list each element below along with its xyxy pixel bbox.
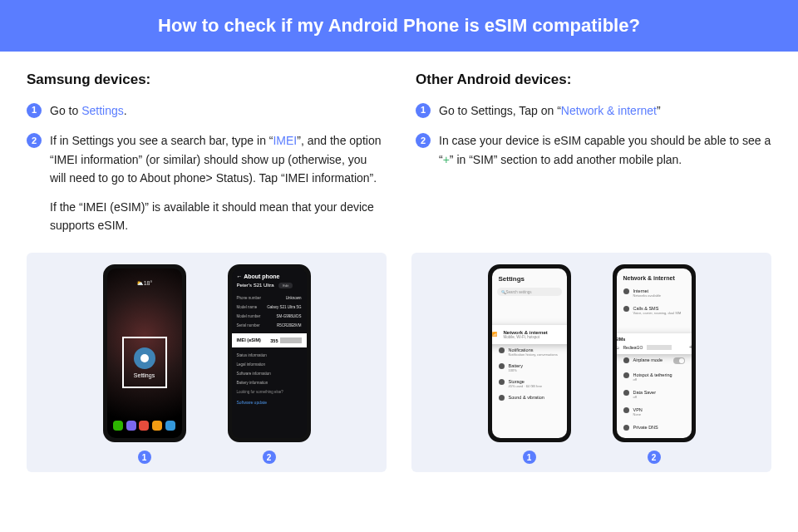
step-number-badge: 1 <box>27 103 42 118</box>
caption-badge: 2 <box>648 451 661 464</box>
caption-badge: 1 <box>523 451 536 464</box>
imei-esim-label: IMEI (eSIM) <box>237 337 261 343</box>
sim-masked <box>647 345 672 350</box>
network-item: Calls & SMSVoice, carrier, roaming, dual… <box>617 302 692 319</box>
phone-screen: ⛅18° Settings <box>107 268 182 438</box>
keyword-settings: Settings <box>81 104 124 117</box>
step-body: If in Settings you see a search bar, typ… <box>50 131 382 234</box>
content-columns: Samsung devices: 1 Go to Settings. 2 If … <box>0 52 798 246</box>
imei-prefix: 355 <box>270 338 278 343</box>
about-row: Legal information <box>232 360 307 369</box>
plus-icon: + <box>689 343 692 351</box>
search-bar: 🔍 Search settings <box>497 288 562 296</box>
item-icon <box>623 407 629 413</box>
settings-item: Battery100% <box>492 360 567 376</box>
network-item: InternetNetworks available <box>617 284 692 302</box>
text: Go to Settings, Tap on “ <box>439 104 561 117</box>
dock <box>112 418 177 433</box>
keyword-imei: IMEI <box>273 134 297 147</box>
samsung-shot-2: ← About phone Peter's S21 Ultra Edit Pho… <box>228 264 311 464</box>
item-icon <box>499 379 505 385</box>
item-icon <box>499 395 505 401</box>
callout-subtitle: Mobile, Wi-Fi, hotspot <box>504 335 548 339</box>
item-icon <box>623 306 629 312</box>
samsung-column: Samsung devices: 1 Go to Settings. 2 If … <box>27 71 382 246</box>
about-row: Serial numberR5CR20E8VM <box>232 321 307 330</box>
samsung-step-2: 2 If in Settings you see a search bar, t… <box>27 131 382 234</box>
phone-mockup: Network & internet InternetNetworks avai… <box>613 264 696 442</box>
app-icon <box>113 421 123 431</box>
samsung-heading: Samsung devices: <box>27 71 382 88</box>
sim-name: RedteaGO <box>623 345 643 350</box>
phone-screen: Settings 🔍 Search settings AppsAssistant… <box>492 268 567 438</box>
text: If the “IMEI (eSIM)” is available it sho… <box>50 198 382 235</box>
other-step-1: 1 Go to Settings, Tap on “Network & inte… <box>416 101 771 120</box>
sims-callout: SIMs ▭ RedteaGO + <box>617 333 692 354</box>
app-icon <box>165 421 175 431</box>
weather-widget: ⛅18° <box>136 280 153 287</box>
step-number-badge: 1 <box>416 103 431 118</box>
settings-title: Settings <box>492 268 567 284</box>
footer-hint: Looking for something else? <box>232 387 307 397</box>
item-icon <box>623 425 629 431</box>
text: ” in “SIM” section to add another mobile… <box>450 153 682 166</box>
step-body: Go to Settings, Tap on “Network & intern… <box>439 101 771 120</box>
caption-badge: 2 <box>263 451 276 464</box>
phone-screen: ← About phone Peter's S21 Ultra Edit Pho… <box>232 268 307 438</box>
app-icon <box>152 421 162 431</box>
step-body: Go to Settings. <box>50 101 382 120</box>
text: ” <box>657 104 661 117</box>
phone-mockup: ← About phone Peter's S21 Ultra Edit Pho… <box>228 264 311 442</box>
imei-esim-row-highlight: IMEI (eSIM) 355 <box>232 333 307 347</box>
settings-app-highlight: Settings <box>122 337 167 388</box>
about-row: Model nameGalaxy S21 Ultra 5G <box>232 303 307 312</box>
samsung-shot-1: ⛅18° Settings 1 <box>103 264 186 464</box>
other-shot-2: Network & internet InternetNetworks avai… <box>613 264 696 464</box>
item-icon <box>623 357 629 363</box>
wifi-icon: 📶 <box>492 332 499 338</box>
gallery-row: ⛅18° Settings 1 <box>0 253 798 472</box>
step-number-badge: 2 <box>416 133 431 148</box>
network-item: Hotspot & tetheringoff <box>617 368 692 386</box>
network-item: Airplane mode <box>617 353 692 368</box>
other-shot-1: Settings 🔍 Search settings AppsAssistant… <box>488 264 571 464</box>
network-item: Data Saveroff <box>617 386 692 403</box>
phone-screen: Network & internet InternetNetworks avai… <box>617 268 692 438</box>
gear-icon <box>134 347 155 369</box>
samsung-step-1: 1 Go to Settings. <box>27 101 382 120</box>
network-item: Private DNS <box>617 421 692 435</box>
app-icon <box>139 421 149 431</box>
step-number-badge: 2 <box>27 133 42 148</box>
item-icon <box>499 363 505 369</box>
sims-heading: SIMs <box>617 337 692 342</box>
item-icon <box>623 390 629 396</box>
about-row: Phone numberUnknown <box>232 293 307 303</box>
other-gallery: Settings 🔍 Search settings AppsAssistant… <box>411 253 771 472</box>
phone-mockup: Settings 🔍 Search settings AppsAssistant… <box>488 264 571 442</box>
other-step-2: 2 In case your device is eSIM capable yo… <box>416 131 771 169</box>
about-row: Model numberSM-G998U/DS <box>232 312 307 321</box>
about-row: Software information <box>232 369 307 378</box>
page-title: How to check if my Android Phone is eSIM… <box>0 0 798 52</box>
item-icon <box>623 288 629 294</box>
text: If in Settings you see a search bar, typ… <box>50 134 273 147</box>
app-icon <box>126 421 136 431</box>
other-column: Other Android devices: 1 Go to Settings,… <box>416 71 771 246</box>
device-name: Peter's S21 Ultra Edit <box>232 281 307 293</box>
settings-item: NotificationsNotification history, conve… <box>492 344 567 360</box>
about-phone-header: ← About phone <box>232 268 307 281</box>
edit-badge: Edit <box>278 283 293 288</box>
settings-item: Sound & vibration <box>492 392 567 404</box>
item-icon <box>623 372 629 378</box>
about-row: Status information <box>232 351 307 360</box>
other-heading: Other Android devices: <box>416 71 771 88</box>
software-update-link: Software update <box>232 397 307 408</box>
item-icon <box>499 347 505 353</box>
caption-badge: 1 <box>138 451 151 464</box>
settings-app-label: Settings <box>134 372 155 378</box>
toggle-icon <box>673 357 685 364</box>
settings-item: Storage45% used · 64 GB free <box>492 376 567 392</box>
network-internet-title: Network & internet <box>617 268 692 284</box>
phone-mockup: ⛅18° Settings <box>103 264 186 442</box>
network-internet-callout: 📶 Network & internet Mobile, Wi-Fi, hots… <box>492 325 567 344</box>
